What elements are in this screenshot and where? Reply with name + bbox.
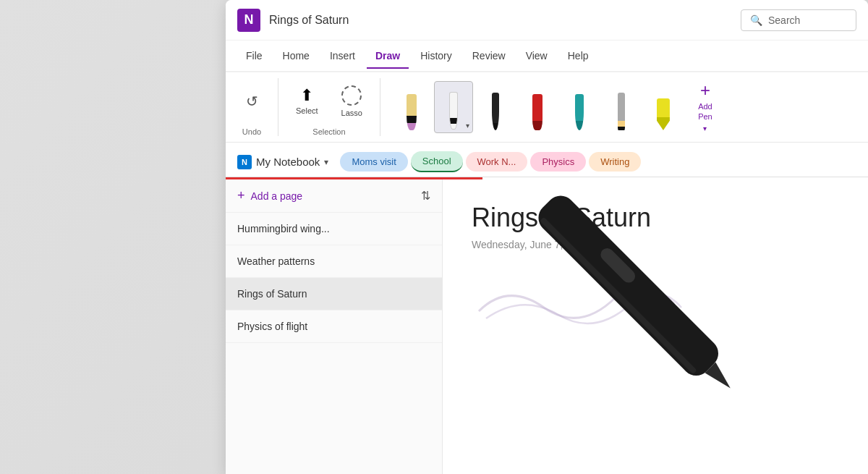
menu-view[interactable]: View: [517, 44, 556, 67]
lasso-icon: [341, 85, 362, 106]
tabs-bar: N My Notebook ▾ Moms visit School Work N…: [226, 143, 868, 177]
app-title: Rings of Saturn: [269, 14, 741, 27]
lasso-label: Lasso: [341, 109, 362, 117]
menu-insert[interactable]: Insert: [321, 44, 364, 67]
select-button[interactable]: ⬆ Select: [290, 85, 324, 118]
undo-label: Undo: [242, 127, 261, 136]
search-label: Search: [768, 14, 800, 26]
add-pen-plus-icon: +: [700, 82, 710, 99]
pen-3[interactable]: [476, 81, 515, 133]
handwriting-decoration: [472, 268, 689, 326]
select-label: Select: [296, 106, 318, 115]
note-date: Wednesday, June 7, 2021: [472, 239, 839, 250]
pen-1[interactable]: [392, 81, 431, 133]
pen-1-shape: [407, 94, 417, 130]
undo-button[interactable]: ↺: [237, 87, 266, 116]
tab-work[interactable]: Work N...: [466, 152, 528, 172]
add-page-plus-icon: +: [237, 188, 245, 203]
pages-sidebar: + Add a page ⇅ Hummingbird wing... Weath…: [226, 179, 443, 474]
pen-2-shape: [449, 92, 458, 130]
page-physics-of-flight[interactable]: Physics of flight: [226, 310, 442, 343]
pen-4-shape: [532, 94, 542, 130]
lasso-button[interactable]: Lasso: [336, 82, 368, 120]
tab-school[interactable]: School: [411, 151, 463, 172]
pen-4[interactable]: [518, 81, 557, 133]
add-pen-button[interactable]: + AddPen ▾: [686, 81, 725, 133]
pen-3-shape: [492, 93, 499, 130]
page-weather[interactable]: Weather patterns: [226, 245, 442, 278]
pen-2-dropdown-icon: ▾: [466, 122, 469, 130]
pen-6[interactable]: [602, 81, 641, 133]
app-logo: N: [237, 9, 260, 32]
search-icon: 🔍: [750, 14, 762, 26]
pen-7[interactable]: [644, 81, 683, 133]
pen-7-shape: [657, 98, 670, 130]
add-page-label: Add a page: [251, 190, 303, 202]
undo-group: ↺ Undo: [237, 78, 278, 136]
ribbon: ↺ Undo ⬆ Select Lasso Selection: [226, 72, 868, 143]
add-pen-chevron-icon: ▾: [703, 124, 707, 132]
pen-2[interactable]: ▾: [434, 81, 473, 133]
onenote-window: N Rings of Saturn 🔍 Search File Home Ins…: [226, 0, 868, 474]
menu-review[interactable]: Review: [464, 44, 514, 67]
notebook-icon: N: [237, 155, 252, 169]
select-icon: ⬆: [300, 88, 313, 103]
menu-draw[interactable]: Draw: [367, 44, 409, 67]
menu-file[interactable]: File: [237, 44, 271, 67]
page-rings-of-saturn[interactable]: Rings of Saturn: [226, 278, 442, 310]
main-content: + Add a page ⇅ Hummingbird wing... Weath…: [226, 179, 868, 474]
pen-tools: ▾ + AddPen: [392, 81, 725, 133]
notebook-selector[interactable]: N My Notebook ▾: [237, 155, 328, 169]
selection-group: ⬆ Select Lasso Selection: [290, 78, 380, 136]
menu-bar: File Home Insert Draw History Review Vie…: [226, 41, 868, 72]
sort-icon[interactable]: ⇅: [421, 189, 430, 203]
menu-help[interactable]: Help: [559, 44, 597, 67]
menu-history[interactable]: History: [412, 44, 461, 67]
pen-5-shape: [575, 94, 584, 130]
note-area: Rings of Saturn Wednesday, June 7, 2021: [443, 179, 868, 474]
pen-5[interactable]: [560, 81, 599, 133]
menu-home[interactable]: Home: [274, 44, 318, 67]
pen-6-shape: [618, 93, 625, 130]
page-hummingbird[interactable]: Hummingbird wing...: [226, 213, 442, 245]
notebook-chevron-icon: ▾: [324, 157, 328, 167]
tab-writing[interactable]: Writing: [589, 152, 641, 172]
tab-moms-visit[interactable]: Moms visit: [340, 152, 407, 172]
notebook-name: My Notebook: [256, 156, 320, 168]
add-pen-label: AddPen: [698, 102, 712, 121]
note-content: [472, 268, 839, 329]
title-bar: N Rings of Saturn 🔍 Search: [226, 0, 868, 41]
note-title: Rings of Saturn: [472, 203, 839, 233]
tab-physics[interactable]: Physics: [530, 152, 586, 172]
selection-label: Selection: [312, 127, 345, 136]
add-page-button[interactable]: + Add a page ⇅: [226, 179, 442, 213]
search-box[interactable]: 🔍 Search: [741, 9, 856, 31]
